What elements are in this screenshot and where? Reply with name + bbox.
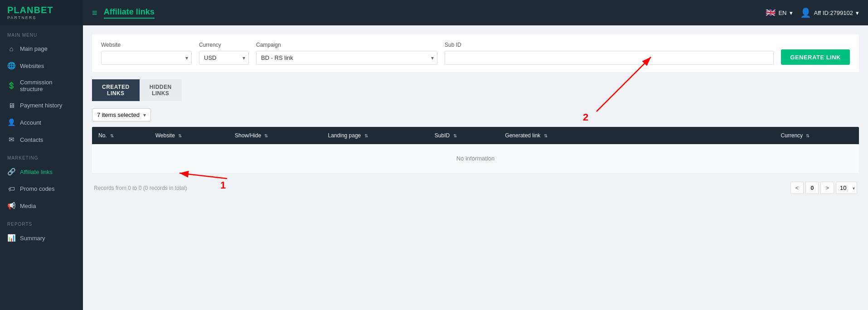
lang-chevron: ▾	[790, 10, 793, 16]
website-label: Website	[101, 42, 192, 48]
col-website-label: Website	[155, 132, 175, 139]
page-size-wrapper: 10 25 50	[836, 182, 857, 194]
topbar-right: 🇬🇧 EN ▾ 👤 Aff ID:2799102 ▾	[766, 7, 859, 18]
sidebar-item-payment-history[interactable]: 🖥 Payment history	[0, 97, 83, 114]
page-title: Affiliate links	[104, 7, 155, 19]
subid-field: Sub ID	[445, 42, 774, 65]
campaign-label: Campaign	[256, 42, 437, 48]
prev-page-button[interactable]: <	[790, 182, 804, 194]
generate-link-button[interactable]: GENERATE LINK	[781, 49, 850, 65]
tag-icon: 🏷	[7, 185, 15, 193]
main-area: ≡ Affiliate links 🇬🇧 EN ▾ 👤 Aff ID:27991…	[83, 0, 868, 310]
sidebar-item-label: Payment history	[20, 102, 62, 109]
globe-icon: 🌐	[7, 62, 15, 70]
user-icon: 👤	[7, 118, 15, 126]
sidebar-item-label: Promo codes	[20, 185, 55, 192]
sidebar-item-label: Main page	[20, 45, 48, 52]
user-info[interactable]: 👤 Aff ID:2799102 ▾	[800, 7, 859, 18]
col-currency-label: Currency	[781, 132, 803, 139]
sidebar-logo: PLANBET PARTNERS	[0, 0, 83, 25]
page-size-select[interactable]: 10 25 50	[836, 182, 857, 194]
logo-name2: BET	[34, 5, 53, 15]
items-selected-text: 7 items selected	[97, 111, 140, 118]
home-icon: ⌂	[7, 45, 15, 53]
sidebar-item-label: Media	[20, 203, 36, 209]
hamburger-icon[interactable]: ≡	[92, 8, 97, 18]
main-menu-label: MAIN MENU	[0, 25, 83, 40]
logo-name1: PLAN	[7, 5, 34, 15]
sidebar-item-media[interactable]: 📢 Media	[0, 197, 83, 214]
topbar: ≡ Affiliate links 🇬🇧 EN ▾ 👤 Aff ID:27991…	[83, 0, 868, 25]
tab-hidden-links[interactable]: HIDDENLINKS	[140, 79, 182, 101]
tab-created-links[interactable]: CREATEDLINKS	[92, 79, 140, 101]
table-container: No. ⇅ Website ⇅ Show/Hide ⇅ Landing pa	[92, 127, 859, 173]
monitor-icon: 🖥	[7, 102, 15, 109]
col-website[interactable]: Website ⇅	[149, 127, 228, 144]
account-icon: 👤	[800, 7, 811, 18]
sidebar-item-affiliate-links[interactable]: 🔗 Affiliate links	[0, 163, 83, 180]
website-field: Website	[101, 42, 192, 65]
logo-text: PLANBET	[7, 5, 53, 15]
language-selector[interactable]: 🇬🇧 EN ▾	[766, 8, 792, 18]
col-generated-link-label: Generated link	[505, 132, 540, 139]
sort-icon-landing-page: ⇅	[364, 133, 368, 138]
sidebar-item-commission[interactable]: 💲 Commission structure	[0, 74, 83, 97]
user-chevron: ▾	[856, 10, 859, 16]
website-select[interactable]	[101, 51, 192, 65]
sidebar-item-contacts[interactable]: ✉ Contacts	[0, 131, 83, 148]
sidebar-item-account[interactable]: 👤 Account	[0, 114, 83, 131]
items-row: 7 items selected ▾	[92, 108, 859, 121]
items-chevron-icon: ▾	[143, 112, 146, 118]
col-generated-link[interactable]: Generated link ⇅	[499, 127, 774, 144]
lang-label: EN	[778, 10, 786, 16]
sidebar-item-label: Account	[20, 119, 41, 126]
items-selector[interactable]: 7 items selected ▾	[92, 108, 151, 121]
col-show-hide[interactable]: Show/Hide ⇅	[228, 127, 321, 144]
currency-label: Currency	[199, 42, 249, 48]
col-currency[interactable]: Currency ⇅	[774, 127, 859, 144]
sort-icon-subid: ⇅	[453, 133, 457, 138]
pagination-row: Records from 0 to 0 (0 records in total)…	[92, 178, 859, 198]
sidebar-item-label: Websites	[20, 63, 44, 69]
sidebar-item-main-page[interactable]: ⌂ Main page	[0, 40, 83, 57]
col-landing-page-label: Landing page	[328, 132, 361, 139]
sidebar-item-label: Contacts	[20, 136, 43, 143]
currency-select[interactable]: USD EUR GBP	[199, 51, 249, 65]
topbar-left: ≡ Affiliate links	[92, 7, 155, 19]
sidebar-item-label: Summary	[20, 235, 45, 242]
tabs-row: CREATEDLINKS HIDDENLINKS	[92, 79, 859, 101]
chart-icon: 📊	[7, 234, 15, 242]
user-label: Aff ID:2799102	[814, 10, 853, 16]
records-text: Records from 0 to 0 (0 records in total)	[94, 185, 187, 191]
sort-icon-currency: ⇅	[806, 133, 810, 138]
sort-icon-show-hide: ⇅	[264, 133, 268, 138]
flag-icon: 🇬🇧	[766, 8, 776, 18]
col-no[interactable]: No. ⇅	[92, 127, 149, 144]
data-table: No. ⇅ Website ⇅ Show/Hide ⇅ Landing pa	[92, 127, 859, 173]
reports-label: REPORTS	[0, 214, 83, 229]
sidebar: PLANBET PARTNERS MAIN MENU ⌂ Main page 🌐…	[0, 0, 83, 310]
col-subid[interactable]: SubID ⇅	[428, 127, 499, 144]
next-page-button[interactable]: >	[820, 182, 834, 194]
table-head: No. ⇅ Website ⇅ Show/Hide ⇅ Landing pa	[92, 127, 859, 144]
col-subid-label: SubID	[435, 132, 450, 139]
sidebar-item-summary[interactable]: 📊 Summary	[0, 229, 83, 247]
current-page-button[interactable]: 0	[805, 182, 819, 194]
col-no-label: No.	[98, 132, 107, 139]
subid-input[interactable]	[445, 51, 774, 65]
col-landing-page[interactable]: Landing page ⇅	[322, 127, 428, 144]
megaphone-icon: 📢	[7, 202, 15, 210]
filter-bar: Website Currency USD EUR GBP	[92, 34, 859, 72]
sidebar-item-label: Commission structure	[20, 79, 76, 92]
link-icon: 🔗	[7, 168, 15, 176]
campaign-select[interactable]: BD - RS link	[256, 51, 437, 65]
sort-icon-no: ⇅	[110, 133, 114, 138]
logo-sub: PARTNERS	[7, 15, 53, 20]
sort-icon-generated-link: ⇅	[544, 133, 548, 138]
table-body: No information	[92, 144, 859, 173]
sidebar-item-promo-codes[interactable]: 🏷 Promo codes	[0, 180, 83, 197]
campaign-field: Campaign BD - RS link	[256, 42, 437, 65]
logo-block: PLANBET PARTNERS	[7, 5, 53, 20]
sidebar-item-websites[interactable]: 🌐 Websites	[0, 57, 83, 74]
dollar-icon: 💲	[7, 82, 15, 90]
